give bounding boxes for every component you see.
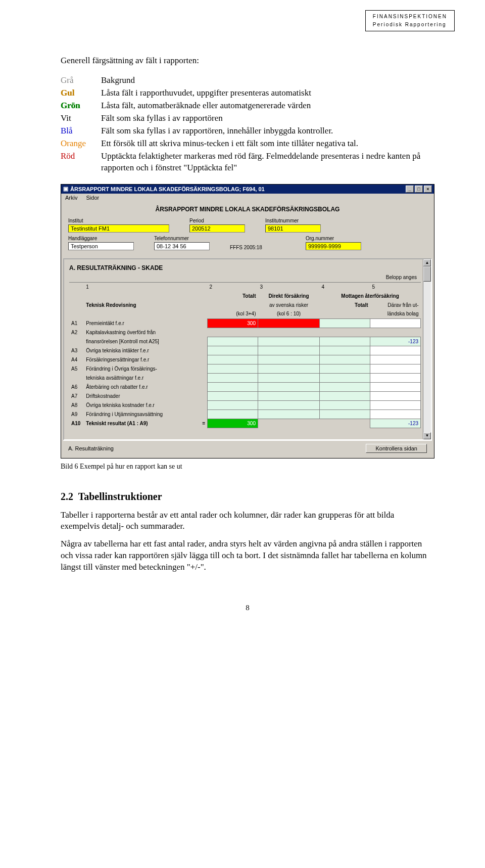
table-row: A3Övriga tekniska intäkter f.e.r [69, 346, 421, 355]
scroll-thumb[interactable] [423, 266, 431, 282]
minimize-button[interactable]: _ [406, 186, 414, 193]
scroll-up-icon[interactable]: ▲ [423, 259, 431, 266]
color-legend: GråBakgrundGulLåsta fält i rapporthuvude… [61, 75, 434, 174]
table-row: A9Förändring i Utjämningsavsättning [69, 409, 421, 419]
color-key: Grön [61, 100, 101, 112]
color-key: Blå [61, 125, 101, 137]
color-desc: Upptäckta felaktigheter markeras med röd… [101, 151, 434, 174]
app-icon: ▣ [63, 186, 68, 192]
window-title: ÅRSRAPPORT MINDRE LOKALA SKADEFÖRSÄKRING… [70, 186, 265, 192]
table-row: tekniska avsättningar f.e.r [69, 373, 421, 382]
section-heading: 2.2 Tabellinstruktioner [61, 491, 434, 502]
report-footer: A. Resultaträkning Kontrollera sidan [63, 440, 432, 456]
color-row: GråBakgrund [61, 75, 434, 86]
maximize-button[interactable]: □ [415, 186, 423, 193]
color-row: BlåFält som ska fyllas i av rapportören,… [61, 125, 434, 137]
vertical-scrollbar[interactable]: ▲ ▼ [423, 259, 431, 439]
kontrollera-button[interactable]: Kontrollera sidan [366, 444, 427, 453]
main-title: Generell färgsättning av fält i rapporte… [61, 56, 434, 66]
scroll-down-icon[interactable]: ▼ [423, 432, 431, 439]
color-key: Orange [61, 138, 101, 150]
institut-label: Institut [68, 218, 169, 223]
color-desc: Fält som ska fyllas i av rapportören [101, 113, 434, 124]
color-desc: Ett försök till att skriva minus-tecken … [101, 138, 434, 150]
menu-sidor[interactable]: Sidor [86, 195, 100, 201]
report-screenshot: ▣ ÅRSRAPPORT MINDRE LOKALA SKADEFÖRSÄKRI… [61, 184, 434, 459]
close-button[interactable]: × [424, 186, 432, 193]
institutnummer-field: 98101 [265, 224, 321, 233]
report-header-area: ÅRSRAPPORT MINDRE LOKALA SKADEFÖRSÄKRING… [61, 202, 434, 258]
color-key: Gul [61, 87, 101, 99]
color-desc: Låsta fält i rapporthuvudet, uppgifter p… [101, 87, 434, 99]
color-desc: Fält som ska fyllas i av rapportören, in… [101, 125, 434, 137]
table-row: A7Driftskostnader [69, 391, 421, 400]
page-number: 8 [61, 604, 434, 612]
table-row: A4Försäkringsersättningar f.e.r [69, 355, 421, 364]
belopp-label: Belopp anges [69, 275, 417, 280]
header-box: FINANSINSPEKTIONEN Periodisk Rapporterin… [365, 10, 455, 31]
telefon-field[interactable]: 08-12 34 56 [154, 242, 210, 250]
orgnr-label: Org.nummer [306, 236, 361, 241]
handlaggare-label: Handläggare [68, 236, 134, 241]
scroll-track[interactable] [423, 282, 431, 432]
fffs-label: FFFS 2005:18 [230, 243, 285, 250]
color-row: GrönLåsta fält, automatberäknade eller a… [61, 100, 434, 112]
orgnr-field: 999999-9999 [306, 242, 361, 250]
window-buttons: _ □ × [406, 186, 432, 193]
institutnummer-label: Institutnummer [265, 218, 321, 223]
color-row: GulLåsta fält i rapporthuvudet, uppgifte… [61, 87, 434, 99]
handlaggare-field[interactable]: Testperson [68, 242, 134, 250]
table-row: finansrörelsen [Kontroll mot A25]-123 [69, 337, 421, 346]
color-row: RödUpptäckta felaktigheter markeras med … [61, 151, 434, 174]
color-desc: Låsta fält, automatberäknade eller autom… [101, 100, 434, 112]
header-org: FINANSINSPEKTIONEN [373, 13, 447, 21]
footer-left: A. Resultaträkning [68, 445, 114, 451]
table-row: A1Premieintäkt f.e.r300 [69, 318, 421, 328]
period-field: 200512 [189, 224, 245, 233]
color-key: Röd [61, 151, 101, 162]
result-table: 1 2 3 4 5 Teknisk Redovisning Totalt Dir… [69, 282, 421, 428]
telefon-label: Telefonnummer [154, 236, 210, 241]
table-row: A10Tekniskt resultat (A1 : A9)=300-123 [69, 419, 421, 428]
figure-caption: Bild 6 Exempel på hur en rapport kan se … [61, 463, 434, 471]
menubar: Arkiv Sidor [61, 194, 434, 202]
report-scroll-area: A. RESULTATRÄKNING - SKADE Belopp anges … [63, 258, 432, 440]
table-row: A5Förändring i Övriga försäkrings- [69, 364, 421, 373]
table-row: A6Återbäring och rabatter f.e.r [69, 382, 421, 391]
color-key: Grå [61, 75, 101, 86]
period-label: Period [189, 218, 245, 223]
institut-field: Testinstitut FM1 [68, 224, 169, 233]
report-main-label: ÅRSRAPPORT MINDRE LOKALA SKADEFÖRSÄKRING… [68, 206, 427, 213]
section-title: A. RESULTATRÄKNING - SKADE [69, 264, 421, 271]
table-row: A8Övriga tekniska kostnader f.e.r [69, 400, 421, 409]
document-page: FINANSINSPEKTIONEN Periodisk Rapporterin… [0, 0, 485, 643]
table-row: A2Kapitalavkastning överförd från [69, 328, 421, 337]
teknisk-heading: Teknisk Redovisning [84, 291, 207, 318]
body-paragraph-1: Tabeller i rapporterna består av ett ant… [61, 510, 434, 533]
window-titlebar: ▣ ÅRSRAPPORT MINDRE LOKALA SKADEFÖRSÄKRI… [61, 185, 434, 194]
header-sub: Periodisk Rapportering [373, 21, 447, 29]
body-paragraph-2: Några av tabellerna har ett fast antal r… [61, 538, 434, 573]
color-desc: Bakgrund [101, 75, 434, 86]
menu-arkiv[interactable]: Arkiv [65, 195, 77, 201]
color-row: OrangeEtt försök till att skriva minus-t… [61, 138, 434, 150]
color-row: VitFält som ska fyllas i av rapportören [61, 113, 434, 124]
color-key: Vit [61, 113, 101, 124]
